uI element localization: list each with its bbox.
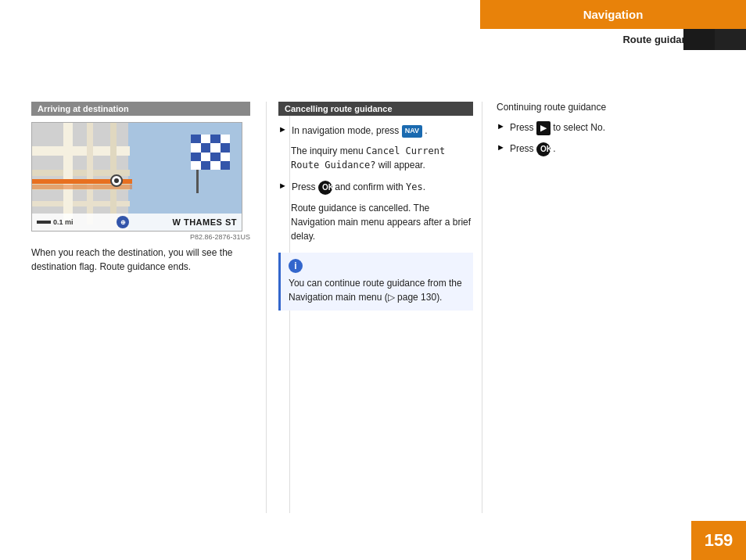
arrow-icon-r2: ► [497, 142, 505, 152]
step2-and: and confirm with [335, 181, 406, 192]
step2-period: . [423, 181, 425, 192]
chess-cell [210, 153, 221, 161]
map-distance-indicator: 0.1 mi [37, 218, 74, 226]
right-step1-suffix: to select No. [553, 122, 605, 133]
chess-cell [191, 135, 201, 143]
location-dot-inner [114, 178, 119, 183]
page-link: ▷ page 130 [388, 292, 436, 303]
distance-bar [37, 221, 51, 224]
chess-cell [191, 161, 201, 170]
info-icon-container: i [289, 259, 465, 276]
chess-cell [221, 161, 231, 170]
nav-button: NAV [402, 125, 422, 138]
sub-title-text: Route guidance [622, 34, 699, 45]
step3-text: Route guidance is cancelled. The Navigat… [291, 203, 471, 242]
right-step-2: ► Press OK . [497, 142, 715, 156]
info-icon: i [289, 259, 303, 273]
chess-row-4 [191, 161, 230, 170]
header-section: Navigation Route guidance [480, 0, 746, 84]
chess-row-3 [191, 153, 230, 161]
chess-cell [210, 161, 221, 170]
middle-section: Cancelling route guidance ► In navigatio… [266, 102, 485, 513]
step1-prefix: In navigation mode, press [292, 125, 399, 136]
info-text: You can continue route guidance from the… [289, 278, 462, 303]
flag-chess [191, 135, 230, 170]
ok-button-2: OK [536, 142, 551, 156]
chess-cell [221, 143, 231, 152]
step2-text: Press OK and confirm with Yes. [292, 180, 425, 195]
chess-cell [191, 153, 201, 161]
step2-prefix: Press [292, 181, 316, 192]
chess-cell [210, 143, 221, 152]
step1-suffix: . [425, 125, 427, 136]
right-section: Continuing route guidance ► Press ▶ to s… [485, 102, 715, 513]
nav-subtitle: Route guidance [480, 29, 746, 50]
ok-button: OK [318, 181, 332, 195]
right-step-1: ► Press ▶ to select No. [497, 120, 715, 135]
compass-icon: ⊕ [117, 216, 129, 228]
arrow-icon-1: ► [278, 124, 287, 134]
info-box: i You can continue route guidance from t… [278, 253, 473, 311]
chess-cell [201, 135, 211, 143]
chess-cell [210, 135, 221, 143]
map-bottom-bar: 0.1 mi ⊕ W THAMES ST [32, 214, 242, 231]
map-caption: P82.86-2876-31US [31, 233, 250, 241]
chess-cell [201, 153, 211, 161]
yes-text: Yes [406, 181, 423, 192]
play-button: ▶ [536, 121, 551, 135]
location-marker [110, 174, 123, 187]
right-step2-prefix: Press [510, 143, 534, 154]
arrow-icon-2: ► [278, 181, 287, 190]
right-step1-prefix: Press [510, 122, 534, 133]
road-v2 [87, 123, 93, 224]
road-v1 [63, 123, 73, 224]
chess-row-1 [191, 135, 230, 143]
arriving-header: Arriving at destination [31, 102, 250, 116]
arrow-icon-r1: ► [497, 121, 505, 131]
arriving-description: When you reach the destination, you will… [31, 246, 250, 274]
road-v3 [110, 123, 117, 224]
distance-text: 0.1 mi [53, 218, 74, 226]
cancelling-header: Cancelling route guidance [278, 102, 473, 116]
step-1: ► In navigation mode, press NAV . [278, 124, 473, 138]
street-name: W THAMES ST [172, 217, 237, 227]
chess-row-2 [191, 143, 230, 152]
chess-cell [201, 161, 211, 170]
step3-container: Route guidance is cancelled. The Navigat… [291, 201, 473, 243]
chess-cell [191, 143, 201, 152]
chess-cell [201, 143, 211, 152]
continuing-title: Continuing route guidance [497, 102, 715, 113]
right-step1-text: Press ▶ to select No. [510, 120, 605, 135]
page-number: 159 [691, 521, 746, 560]
step1-text: In navigation mode, press NAV . [292, 124, 428, 138]
nav-title: Navigation [480, 0, 746, 29]
right-step2-text: Press OK . [510, 142, 556, 156]
map-background: 0.1 mi ⊕ W THAMES ST [32, 123, 242, 231]
menu-text-container: The inquiry menu Cancel Current Route Gu… [291, 144, 473, 172]
main-content: Arriving at destination [31, 102, 715, 513]
left-section: Arriving at destination [31, 102, 266, 513]
right-step2-suffix: . [553, 143, 555, 154]
chess-cell [221, 153, 231, 161]
chess-cell [221, 135, 231, 143]
map-container: 0.1 mi ⊕ W THAMES ST [31, 122, 242, 232]
menu-text-mono: Cancel Current Route Guidance? [291, 145, 445, 171]
step-2: ► Press OK and confirm with Yes. [278, 180, 473, 195]
menu-text: The inquiry menu Cancel Current Route Gu… [291, 145, 445, 171]
